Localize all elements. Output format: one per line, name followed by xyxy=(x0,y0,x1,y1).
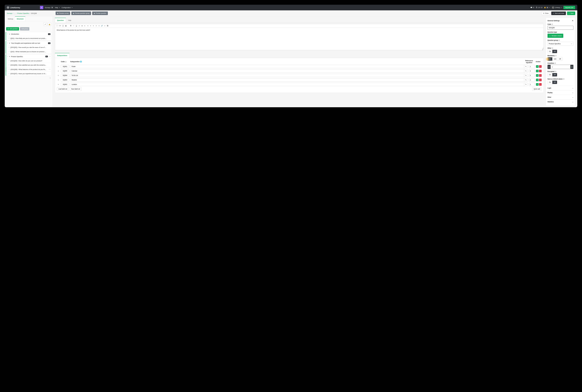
drag-icon[interactable]: ≡ xyxy=(57,84,60,85)
drag-icon[interactable]: ⠿ xyxy=(8,51,10,52)
list-ul-icon[interactable]: ≣ xyxy=(81,25,83,26)
accordion-logic[interactable]: Logic⌄ xyxy=(548,86,574,90)
drag-icon[interactable]: ≡ xyxy=(57,66,60,68)
subquestion-text-input[interactable] xyxy=(70,70,524,72)
tree-question-item[interactable]: ⠿[Q01] › How likely are you to recommend… xyxy=(6,36,52,40)
tree-question-item[interactable]: ⠿[G01Q06] › What features of the product… xyxy=(6,67,52,72)
edit-icon[interactable]: ✎ xyxy=(524,65,528,68)
save-button[interactable]: ✓Save xyxy=(567,12,575,15)
preview-survey-button[interactable]: ◉Preview survey xyxy=(56,12,70,15)
close-settings-button[interactable]: ✕ xyxy=(572,20,574,22)
subquestion-code-input[interactable] xyxy=(61,83,69,86)
preview-question-button[interactable]: ◉Preview question xyxy=(92,12,108,15)
subquestion-code-input[interactable] xyxy=(61,65,69,68)
add-group-button[interactable]: Add group xyxy=(20,27,29,30)
accordion-statistics[interactable]: Statistics⌄ xyxy=(548,100,574,104)
relevance-input[interactable] xyxy=(529,65,535,68)
collapse-button[interactable]: ⤢ xyxy=(44,22,47,26)
more-icon[interactable]: ⋯ xyxy=(49,68,50,70)
storage-stat[interactable]: 🗄 1.8 / 10 xyxy=(536,7,542,8)
add-row-button[interactable]: + xyxy=(536,74,538,77)
tab-help[interactable]: Help xyxy=(66,18,73,22)
add-question-button[interactable]: ⊕Add question xyxy=(6,27,19,30)
other-on[interactable]: On xyxy=(548,50,552,53)
edit-icon[interactable]: ✎ xyxy=(524,83,528,86)
tree-question-item[interactable]: ⠿[G01Q02] › How would you rate the ease … xyxy=(6,45,52,50)
caret-down-icon[interactable]: ▼ xyxy=(9,34,10,35)
relevance-input[interactable] xyxy=(529,78,535,82)
align-left-icon[interactable]: ≡ xyxy=(90,25,91,26)
condition-input[interactable] xyxy=(550,65,570,69)
other-off[interactable]: Off xyxy=(552,50,557,53)
relevance-input[interactable] xyxy=(529,74,535,77)
subquestion-text-input[interactable] xyxy=(70,74,524,77)
encrypted-off[interactable]: Off xyxy=(552,73,557,76)
load-label-set-button[interactable]: Load label set xyxy=(57,87,69,91)
subquestion-text-input[interactable] xyxy=(70,65,524,68)
tab-subquestions[interactable]: Subquestions xyxy=(55,53,70,58)
nav-help[interactable]: Help ▼ xyxy=(55,7,60,8)
savedef-on[interactable]: On xyxy=(548,81,552,84)
relevance-input[interactable] xyxy=(529,83,535,86)
caret-down-icon[interactable]: ▼ xyxy=(9,56,10,57)
mandatory-soft[interactable]: Soft xyxy=(552,57,558,60)
tree-question-item[interactable]: ⠿[G01Q04] › How often do you use our pro… xyxy=(6,58,52,63)
save-and-close-button[interactable]: ✔Save and close xyxy=(551,12,566,15)
subquestion-text-input[interactable] xyxy=(70,78,524,82)
drag-icon[interactable]: ≡ xyxy=(57,70,60,72)
align-justify-icon[interactable]: ≡ xyxy=(98,25,100,26)
fullscreen-icon[interactable]: ⛶ xyxy=(56,25,58,26)
image-icon[interactable]: 🖼 xyxy=(107,25,108,26)
more-icon[interactable]: ⋯ xyxy=(49,56,50,58)
question-group-select[interactable]: Product Specifics xyxy=(548,42,574,46)
edit-icon[interactable]: ✎ xyxy=(524,70,528,72)
italic-icon[interactable]: I xyxy=(73,25,74,26)
create-button[interactable]: + xyxy=(40,6,43,9)
caret-down-icon[interactable]: ▼ xyxy=(9,42,10,44)
responses-stat[interactable]: 💬 22 xyxy=(530,7,534,8)
nav-configuration[interactable]: Configuration ▼ xyxy=(62,7,72,8)
drag-handle-icon[interactable]: ⠿ xyxy=(5,76,53,80)
question-type-button[interactable]: ▭Multiple choice xyxy=(548,34,563,38)
drag-icon[interactable]: ≡ xyxy=(57,79,60,81)
unlink-icon[interactable]: ⤫ xyxy=(104,25,106,26)
subquestion-code-input[interactable] xyxy=(61,69,69,73)
nav-surveys[interactable]: Surveys 3 xyxy=(45,7,53,8)
logo[interactable]: LimeSurvey xyxy=(7,6,20,9)
quick-add-button[interactable]: Quick add xyxy=(532,87,542,91)
breadcrumb-group[interactable]: Product Specifics xyxy=(17,12,29,14)
mandatory-off[interactable]: Off xyxy=(558,57,562,60)
notifications-stat[interactable]: 🔔 3 ▼ xyxy=(544,7,550,8)
add-row-button[interactable]: + xyxy=(536,70,538,72)
savedef-off[interactable]: Off xyxy=(552,81,557,84)
outdent-icon[interactable]: ⇤ xyxy=(84,25,86,26)
breadcrumb-surveys[interactable]: Surveys xyxy=(7,12,12,14)
tree-question-item[interactable]: ⠿[Q02] › What motivated you to choose ou… xyxy=(6,50,52,54)
bold-icon[interactable]: B xyxy=(70,25,72,26)
drag-icon[interactable]: ⠿ xyxy=(7,42,8,44)
underline-icon[interactable]: U xyxy=(76,25,77,26)
subquestion-code-input[interactable] xyxy=(61,78,69,82)
drag-icon[interactable]: ⠿ xyxy=(7,56,8,57)
delete-row-button[interactable]: − xyxy=(539,70,542,72)
preview-group-button[interactable]: ◉Preview question group xyxy=(71,12,91,15)
user-menu[interactable]: L Limeeyy ▼ xyxy=(552,6,562,9)
drag-icon[interactable]: ⠿ xyxy=(8,38,10,39)
tree-question-item[interactable]: ⠿[G01Q07] › Have you experienced any iss… xyxy=(6,72,52,76)
editor-content[interactable]: What features of the product do you find… xyxy=(55,28,544,49)
indent-icon[interactable]: ⇥ xyxy=(87,25,88,26)
upgrade-button[interactable]: Upgrade plan xyxy=(564,6,575,9)
lock-button[interactable]: 🔒 xyxy=(48,22,51,26)
tab-question[interactable]: Question xyxy=(55,18,66,22)
sidebar-tab-structure[interactable]: Structure xyxy=(15,16,25,21)
delete-row-button[interactable]: − xyxy=(539,74,542,77)
delete-row-button[interactable]: − xyxy=(539,83,542,86)
resize-handle-icon[interactable]: ◢ xyxy=(55,49,544,50)
source-icon[interactable]: </> xyxy=(59,25,61,26)
align-right-icon[interactable]: ≡ xyxy=(95,25,97,26)
sidebar-tab-settings[interactable]: Settings xyxy=(6,16,15,21)
tree-group-header[interactable]: ⠿▼Introduction1 xyxy=(6,32,52,36)
accordion-display[interactable]: Display⌄ xyxy=(548,90,574,95)
edit-icon[interactable]: ✎ xyxy=(524,78,528,82)
delete-row-button[interactable]: − xyxy=(539,79,542,81)
